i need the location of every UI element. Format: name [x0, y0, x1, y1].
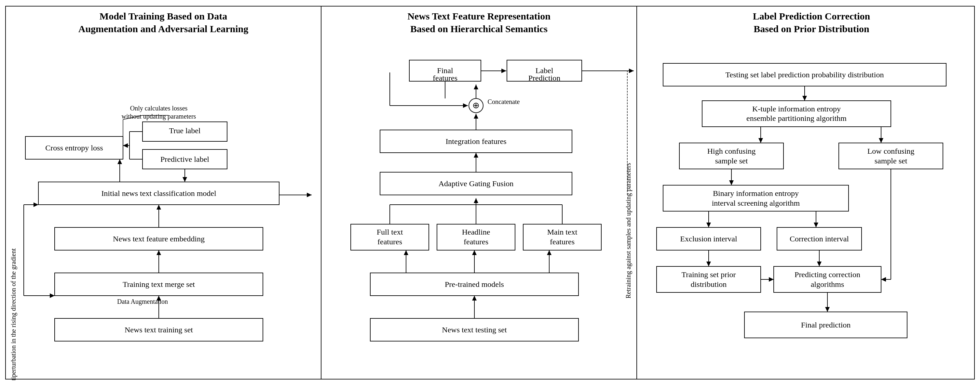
svg-marker-42 — [307, 193, 312, 197]
svg-rect-127 — [657, 227, 761, 250]
svg-marker-102 — [802, 96, 807, 101]
svg-text:Only calculates losses: Only calculates losses — [130, 105, 188, 112]
svg-rect-111 — [679, 143, 783, 169]
panel3-title: Label Prediction Correction Based on Pri… — [640, 10, 980, 35]
svg-marker-52 — [472, 250, 477, 255]
svg-text:Final prediction: Final prediction — [801, 321, 851, 329]
svg-rect-58 — [437, 224, 515, 250]
svg-rect-89 — [507, 60, 582, 81]
svg-text:features: features — [433, 74, 457, 82]
svg-text:Prediction: Prediction — [528, 74, 561, 82]
svg-text:Integration features: Integration features — [445, 137, 506, 146]
svg-marker-16 — [118, 159, 122, 164]
svg-marker-29 — [183, 177, 187, 182]
svg-text:Initial news text classificati: Initial news text classification model — [101, 189, 216, 198]
svg-marker-107 — [759, 138, 763, 143]
svg-text:Label: Label — [536, 66, 554, 75]
svg-text:Correction interval: Correction interval — [790, 234, 849, 243]
svg-text:interval screening algorithm: interval screening algorithm — [712, 199, 800, 207]
svg-rect-43 — [370, 318, 579, 341]
svg-marker-95 — [629, 68, 634, 73]
svg-marker-123 — [706, 223, 711, 227]
svg-text:News text training set: News text training set — [125, 326, 193, 334]
svg-marker-145 — [881, 277, 886, 282]
svg-marker-69 — [474, 198, 478, 203]
svg-text:Headline: Headline — [462, 228, 490, 236]
svg-marker-4 — [156, 296, 161, 301]
svg-text:K-tuple information entropy: K-tuple information entropy — [752, 105, 841, 113]
svg-text:Adding antiperturbation in the: Adding antiperturbation in the rising di… — [10, 248, 17, 380]
panel3: Label Prediction Correction Based on Pri… — [637, 6, 980, 379]
diagram-container: Model Training Based on Data Augmentatio… — [5, 6, 975, 379]
svg-rect-135 — [657, 266, 761, 292]
panel1: Model Training Based on Data Augmentatio… — [6, 6, 321, 379]
svg-marker-132 — [706, 261, 711, 266]
svg-rect-103 — [702, 101, 891, 127]
svg-text:Predicting correction: Predicting correction — [795, 270, 860, 279]
svg-rect-13 — [38, 182, 279, 205]
svg-text:Low confusing: Low confusing — [867, 147, 915, 155]
svg-text:Cross entropy loss: Cross entropy loss — [45, 144, 103, 152]
svg-text:Concatenate: Concatenate — [488, 98, 520, 105]
svg-text:Data Augmentation: Data Augmentation — [117, 298, 168, 306]
svg-rect-70 — [380, 172, 572, 195]
svg-rect-61 — [523, 224, 601, 250]
svg-text:⊕: ⊕ — [473, 101, 480, 110]
svg-marker-54 — [547, 250, 552, 255]
svg-marker-46 — [472, 296, 477, 301]
svg-rect-114 — [839, 143, 943, 169]
svg-rect-99 — [663, 63, 946, 86]
svg-text:sample set: sample set — [715, 157, 748, 165]
svg-text:algorithms: algorithms — [811, 280, 844, 288]
svg-rect-138 — [774, 266, 881, 292]
svg-marker-8 — [156, 250, 161, 255]
svg-text:Final: Final — [437, 66, 453, 75]
svg-marker-40 — [33, 203, 38, 207]
svg-marker-82 — [474, 84, 478, 89]
svg-marker-147 — [825, 307, 830, 312]
svg-text:features: features — [464, 238, 488, 246]
svg-marker-27 — [123, 143, 128, 148]
svg-text:News text testing set: News text testing set — [442, 326, 507, 334]
svg-line-34 — [123, 115, 143, 120]
svg-text:Full text: Full text — [377, 228, 403, 236]
svg-text:Adaptive Gating Fusion: Adaptive Gating Fusion — [439, 179, 514, 188]
svg-rect-55 — [351, 224, 429, 250]
svg-text:Binary information entropy: Binary information entropy — [713, 189, 799, 198]
svg-marker-73 — [474, 153, 478, 158]
svg-marker-142 — [769, 277, 774, 282]
svg-text:features: features — [550, 238, 574, 246]
svg-text:True label: True label — [169, 127, 200, 135]
svg-text:without updating parameters: without updating parameters — [122, 113, 196, 120]
svg-text:Training set prior: Training set prior — [681, 270, 736, 279]
svg-text:Training text merge set: Training text merge set — [123, 280, 195, 288]
svg-marker-84 — [463, 103, 468, 108]
panel2-title: News Text Feature Representation Based o… — [325, 10, 633, 35]
svg-text:High confusing: High confusing — [707, 147, 756, 155]
svg-text:sample set: sample set — [875, 157, 907, 165]
svg-text:Predictive label: Predictive label — [161, 155, 209, 163]
svg-text:Exclusion interval: Exclusion interval — [680, 234, 737, 243]
svg-marker-118 — [729, 180, 734, 185]
svg-rect-47 — [370, 273, 579, 296]
svg-rect-9 — [55, 227, 263, 250]
svg-rect-129 — [777, 227, 862, 250]
svg-marker-38 — [50, 293, 55, 298]
svg-text:features: features — [377, 238, 402, 246]
svg-marker-50 — [404, 250, 408, 255]
svg-text:Testing set label prediction p: Testing set label prediction probability… — [725, 71, 884, 79]
svg-text:Main text: Main text — [547, 228, 578, 236]
panel1-title: Model Training Based on Data Augmentatio… — [9, 10, 318, 35]
svg-text:Retraining against samples and: Retraining against samples and updating … — [625, 163, 632, 298]
svg-text:ensemble partitioning algorith: ensemble partitioning algorithm — [746, 114, 846, 122]
svg-marker-125 — [814, 223, 818, 227]
svg-text:Pre-trained models: Pre-trained models — [445, 280, 504, 288]
svg-marker-77 — [474, 114, 478, 119]
svg-text:distribution: distribution — [691, 280, 727, 288]
svg-rect-119 — [663, 185, 848, 211]
svg-text:News text feature embedding: News text feature embedding — [113, 234, 205, 243]
svg-marker-12 — [156, 205, 161, 209]
svg-rect-17 — [25, 136, 123, 159]
svg-rect-74 — [380, 130, 572, 153]
svg-rect-148 — [745, 312, 907, 338]
